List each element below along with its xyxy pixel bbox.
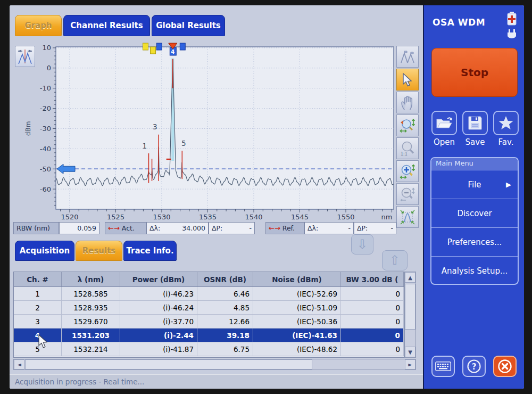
menu-item-file[interactable]: File ▶ [431,170,518,199]
stop-button[interactable]: Stop [431,48,518,97]
open-button[interactable] [431,111,457,135]
column-header-1[interactable]: Ch. # [14,272,62,286]
app-title: OSA WDM [433,17,485,28]
table-cell: 1532.214 [62,342,120,356]
tab-channel-results-label: Channel Results [70,21,143,30]
battery-charging-icon [506,12,518,42]
zoom-in-button[interactable] [396,160,419,182]
svg-text:5: 5 [181,139,186,147]
markers-view-button[interactable] [396,46,419,68]
zoom-out-icon [400,186,415,202]
table-row-ch2[interactable]: 21528.935(i)-46.244.85(IEC)-51.090 [14,301,404,315]
y-axis-unit: dBm [24,121,32,136]
tab-channel-results[interactable]: Channel Results [63,15,150,36]
scroll-left-button[interactable]: ◄ [14,359,24,370]
collapse-graph-button[interactable]: ⇩ [351,234,373,255]
table-row-ch4[interactable]: 41531.203(i)-2.4439.18(IEC)-41.630 [14,329,404,342]
triangle-left-icon: ◄ [17,362,21,367]
side-panel: OSA WDM Stop [423,5,524,389]
table-cell: 5 [14,342,62,356]
tab-acquisition-label: Acquisition [20,246,70,256]
help-icon: ? [467,359,481,374]
svg-text:1:1: 1:1 [401,152,408,157]
zoom-1to1-button[interactable]: 1:1 [396,137,419,159]
scroll-up-button[interactable]: ▲ [405,272,415,283]
act-delta-power: ΔP:- [209,222,255,234]
svg-text:-30: -30 [40,125,51,133]
blue-tag [180,43,185,50]
rbw-label: RBW (nm) [13,222,59,234]
tab-results-label: Results [82,246,116,256]
keyboard-button[interactable] [431,356,455,377]
svg-text:1530: 1530 [153,213,170,221]
column-header-3[interactable]: Power (dBm) [120,272,197,286]
table-cell: 12.66 [197,315,253,328]
close-icon [497,359,512,374]
svg-text:3: 3 [153,122,157,131]
svg-text:0: 0 [47,64,51,72]
help-button[interactable]: ? [462,356,486,377]
tab-results[interactable]: Results [76,241,122,261]
zoom-fit-icon [400,209,415,225]
table-vertical-scrollbar[interactable]: ▲ ▼ [404,272,416,358]
table-cell: (i)-2.44 [120,329,197,342]
svg-text:-40: -40 [40,145,51,153]
table-row-ch1[interactable]: 11528.585(i)-46.236.46(IEC)-52.690 [14,287,404,301]
menu-item-preferences[interactable]: Preferences... [431,227,518,256]
horizontal-scroll-thumb[interactable] [25,359,312,370]
column-header-4[interactable]: OSNR (dB) [197,272,253,286]
pan-tool-button[interactable] [396,92,419,113]
table-row-ch3[interactable]: 31529.670(i)-37.7012.66(IEC)-50.360 [14,315,404,329]
ref-delta-power: ΔP:- [354,222,396,234]
rbw-value[interactable]: 0.059 [59,222,99,234]
ref-marker-button[interactable]: ←→Ref. [265,222,304,234]
column-header-6[interactable]: BW 3.00 dB ( [341,272,404,286]
table-row-ch5[interactable]: 51532.214(i)-41.876.75(IEC)-48.620 [14,342,404,356]
zoom-out-button[interactable] [396,183,419,205]
arrow-up-icon: ⇧ [389,253,400,268]
table-cell: (IEC)-51.09 [253,301,341,314]
column-header-5[interactable]: Noise (dBm) [253,272,341,286]
triangle-right-icon: ► [408,362,412,367]
column-header-2[interactable]: λ (nm) [62,272,120,286]
svg-text:10: 10 [42,44,51,52]
zoom-area-button[interactable] [396,114,419,136]
menu-item-discover[interactable]: Discover [431,199,518,227]
scroll-down-button[interactable]: ▼ [405,347,415,357]
tab-trace-info-label: Trace Info. [126,246,173,256]
table-cell: (IEC)-41.63 [253,329,341,342]
favorites-button[interactable] [493,111,519,135]
channel-results-table: Ch. #λ (nm)Power (dBm)OSNR (dB)Noise (dB… [13,272,404,358]
tab-global-results[interactable]: Global Results [152,15,225,36]
main-area: Graph Channel Results Global Results 100… [10,5,423,389]
spectrum-markers-icon [400,49,415,65]
vertical-scroll-thumb[interactable] [405,284,415,330]
status-text: Acquisition in progress - Real time... [15,377,144,386]
spectrum-chart[interactable]: 100-10-20-30-40-50-601520152515301535154… [24,42,407,221]
svg-text:4: 4 [171,49,174,55]
select-tool-button[interactable] [396,69,419,91]
tab-acquisition[interactable]: Acquisition [15,241,74,261]
zoom-fit-button[interactable] [396,206,419,228]
blue-tag [156,43,162,50]
save-floppy-icon [468,116,483,130]
scroll-right-button[interactable]: ► [405,359,415,370]
status-bar: Acquisition in progress - Real time... [10,374,423,389]
submenu-arrow-icon: ▶ [506,180,511,188]
svg-text:?: ? [472,362,477,372]
table-cell: 1528.935 [62,301,120,314]
tab-trace-info[interactable]: Trace Info. [123,241,177,261]
svg-text:1540: 1540 [245,213,262,221]
table-cell: 1 [14,287,62,300]
svg-text:-60: -60 [40,185,51,193]
act-arrow-icon: ←→ [108,224,120,232]
ref-arrow-icon: ←→ [269,224,280,232]
act-marker-button[interactable]: ←→Act. [105,222,146,234]
expand-table-button[interactable]: ⇧ [382,250,408,270]
svg-text:-50: -50 [40,165,51,173]
save-button[interactable] [462,111,488,135]
menu-item-analysis-setup[interactable]: Analysis Setup... [431,256,518,285]
tab-graph[interactable]: Graph [15,15,62,36]
close-button[interactable] [493,356,517,377]
table-horizontal-scrollbar[interactable]: ◄ ► [13,359,416,370]
